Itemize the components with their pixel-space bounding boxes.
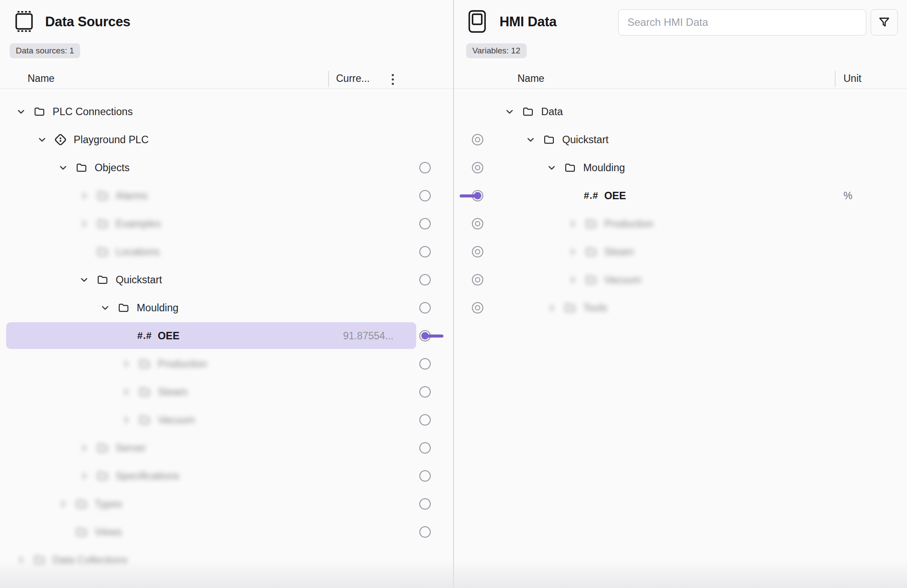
chevron-right-icon[interactable]: [76, 188, 92, 204]
numeric-variable-icon: #.#: [581, 187, 602, 204]
tree-row[interactable]: Data: [454, 98, 907, 126]
tree-row-content: Types: [55, 490, 122, 518]
tree-item-label: Steam: [158, 386, 188, 398]
mapping-radio-empty[interactable]: [419, 190, 431, 201]
chevron-down-icon[interactable]: [13, 104, 29, 120]
tree-row[interactable]: Quickstart: [0, 266, 453, 294]
tree-row[interactable]: Moulding: [454, 154, 907, 182]
folder-icon: [92, 243, 113, 261]
tree-row[interactable]: Views: [0, 518, 453, 546]
chevron-right-icon[interactable]: [565, 244, 581, 260]
tree-row[interactable]: Objects: [0, 154, 453, 182]
folder-icon: [517, 103, 539, 120]
tree-row[interactable]: Production: [454, 210, 907, 238]
chevron-right-icon[interactable]: [544, 300, 560, 316]
right-column-header: Name Unit: [454, 70, 907, 89]
mapping-target-empty[interactable]: [472, 246, 483, 257]
tree-row[interactable]: Tools: [454, 294, 907, 322]
folder-icon: [581, 271, 602, 289]
page-title: HMI Data: [500, 14, 556, 30]
folder-icon: [134, 355, 155, 373]
chevron-down-icon[interactable]: [97, 300, 113, 316]
tree-item-label: OEE: [158, 330, 180, 342]
tree-row[interactable]: PLC Connections: [0, 98, 453, 126]
tree-row[interactable]: Production: [0, 350, 453, 378]
tree-item-label: Data Collections: [53, 554, 128, 566]
tree-item-label: Moulding: [583, 162, 625, 174]
chevron-right-icon[interactable]: [76, 440, 92, 456]
hmi-panel-icon: [467, 9, 487, 35]
chevron-right-icon[interactable]: [76, 216, 92, 232]
tree-item-label: Playground PLC: [74, 134, 149, 146]
tree-row[interactable]: Examples: [0, 210, 453, 238]
target-inner-ring: [475, 277, 480, 282]
tree-row-content: Locations: [76, 238, 160, 266]
tree-row[interactable]: Steam: [0, 378, 453, 406]
tree-row-content: Production: [118, 350, 207, 378]
tree-item-label: Vacuum: [604, 274, 641, 286]
chevron-placeholder: [118, 328, 134, 344]
mapping-target-empty[interactable]: [472, 302, 483, 313]
mapping-target-empty[interactable]: [472, 274, 483, 285]
chevron-down-icon[interactable]: [523, 132, 539, 148]
tree-row[interactable]: Steam: [454, 238, 907, 266]
chevron-right-icon[interactable]: [118, 412, 134, 428]
chevron-right-icon[interactable]: [76, 468, 92, 484]
tree-row[interactable]: Moulding: [0, 294, 453, 322]
chevron-down-icon[interactable]: [544, 160, 560, 176]
mapping-radio-empty[interactable]: [419, 442, 431, 454]
chevron-down-icon[interactable]: [76, 272, 92, 288]
mapping-radio-empty[interactable]: [419, 498, 431, 510]
tree-row-content: Alarms: [76, 182, 148, 210]
data-sources-count-badge: Data sources: 1: [10, 43, 80, 58]
chevron-down-icon[interactable]: [34, 132, 50, 148]
mapping-target-empty[interactable]: [472, 162, 483, 173]
folder-icon: [134, 383, 155, 401]
mapping-radio-empty[interactable]: [419, 526, 431, 538]
tree-row-content: Playground PLC: [34, 126, 149, 154]
tree-row[interactable]: Locations: [0, 238, 453, 266]
mapping-radio-empty[interactable]: [419, 274, 431, 285]
mapping-radio-empty[interactable]: [419, 162, 431, 173]
folder-icon: [71, 159, 92, 176]
chevron-right-icon[interactable]: [13, 552, 29, 568]
tree-row[interactable]: Vacuum: [454, 266, 907, 294]
chevron-placeholder: [565, 188, 581, 204]
column-separator: [328, 71, 329, 87]
mapping-target-empty[interactable]: [472, 134, 483, 145]
filter-button[interactable]: [871, 9, 898, 35]
mapping-radio-empty[interactable]: [419, 470, 431, 482]
chevron-right-icon[interactable]: [118, 356, 134, 372]
column-name: Name: [28, 73, 54, 85]
target-inner-ring: [475, 165, 480, 170]
tree-row[interactable]: Server: [0, 434, 453, 462]
tree-row[interactable]: Alarms: [0, 182, 453, 210]
mapping-target-empty[interactable]: [472, 218, 483, 229]
mapping-radio-empty[interactable]: [419, 218, 431, 229]
folder-icon: [92, 215, 113, 232]
hmi-data-tree: DataQuickstartMoulding#.#OEE%ProductionS…: [454, 98, 907, 588]
tree-row[interactable]: #.#OEE91.87554...: [0, 322, 453, 350]
mapping-radio-empty[interactable]: [419, 414, 431, 426]
search-input[interactable]: [618, 9, 866, 35]
tree-row[interactable]: Specifications: [0, 462, 453, 490]
plc-device-icon: [50, 131, 71, 148]
tree-row[interactable]: #.#OEE%: [454, 182, 907, 210]
mapping-radio-empty[interactable]: [419, 246, 431, 257]
chevron-right-icon[interactable]: [55, 496, 71, 512]
chevron-down-icon[interactable]: [55, 160, 71, 176]
chevron-right-icon[interactable]: [118, 384, 134, 400]
chevron-right-icon[interactable]: [565, 272, 581, 288]
tree-row-content: Quickstart: [76, 266, 162, 294]
chevron-down-icon[interactable]: [502, 104, 517, 120]
tree-row[interactable]: Vacuum: [0, 406, 453, 434]
tree-row[interactable]: Quickstart: [454, 126, 907, 154]
kebab-menu-icon[interactable]: [386, 72, 400, 87]
mapping-radio-empty[interactable]: [419, 302, 431, 313]
tree-row[interactable]: Data Collections: [0, 546, 453, 574]
tree-row[interactable]: Types: [0, 490, 453, 518]
tree-row[interactable]: Playground PLC: [0, 126, 453, 154]
mapping-radio-empty[interactable]: [419, 358, 431, 370]
chevron-right-icon[interactable]: [565, 216, 581, 232]
mapping-radio-empty[interactable]: [419, 386, 431, 398]
